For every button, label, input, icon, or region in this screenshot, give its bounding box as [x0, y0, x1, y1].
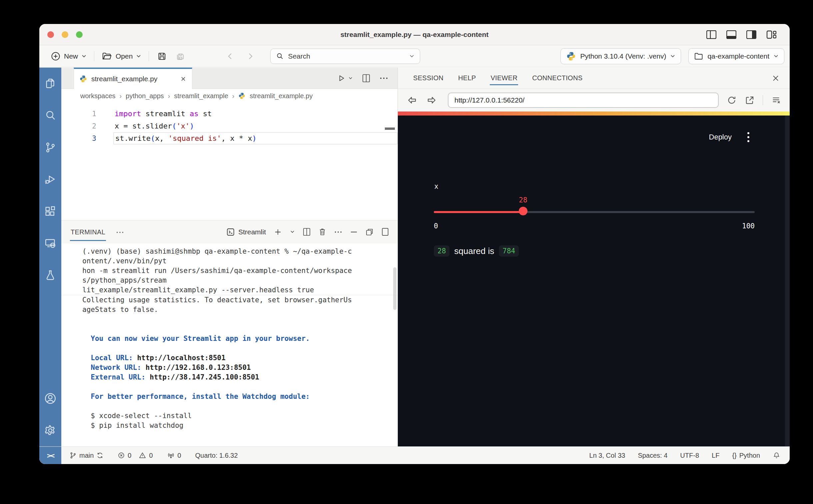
split-terminal-icon[interactable] — [303, 228, 311, 236]
notifications-bell-icon[interactable] — [773, 451, 780, 459]
customize-layout-icon[interactable] — [766, 30, 776, 39]
problems-item[interactable]: 0 0 — [118, 452, 152, 459]
new-terminal-icon[interactable] — [274, 228, 282, 236]
project-selector[interactable]: qa-example-content — [688, 48, 784, 64]
activity-extensions-icon[interactable] — [39, 195, 61, 227]
slider-fill — [434, 211, 523, 213]
kill-terminal-icon[interactable] — [319, 228, 326, 236]
editor-more-actions-icon[interactable] — [380, 77, 388, 80]
cursor-position[interactable]: Ln 3, Col 33 — [589, 452, 626, 459]
run-file-button[interactable] — [337, 74, 353, 83]
tab-help[interactable]: HELP — [457, 71, 476, 85]
activity-testing-icon[interactable] — [39, 259, 61, 291]
slider-track[interactable] — [434, 211, 755, 213]
tab-connections[interactable]: CONNECTIONS — [531, 71, 583, 85]
open-in-browser-icon[interactable] — [745, 95, 755, 105]
minimize-window-button[interactable] — [62, 31, 68, 38]
maximize-panel-icon[interactable] — [382, 228, 389, 236]
toggle-bottom-panel-icon[interactable] — [726, 30, 736, 39]
settings-gear-icon[interactable] — [39, 414, 61, 446]
language-label: Python — [739, 452, 760, 459]
terminal-line: lit_example/streamlit_example.py --serve… — [82, 285, 398, 295]
split-editor-icon[interactable] — [362, 74, 370, 83]
save-button[interactable] — [153, 51, 171, 61]
ports-item[interactable]: 0 — [167, 452, 181, 459]
indentation-setting[interactable]: Spaces: 4 — [638, 452, 668, 459]
interpreter-selector[interactable]: Python 3.10.4 (Venv: .venv) — [560, 48, 681, 64]
url-input[interactable]: http://127.0.0.1:56220/ — [448, 93, 719, 108]
encoding-setting[interactable]: UTF-8 — [680, 452, 699, 459]
terminal-scrollbar[interactable] — [393, 267, 397, 310]
save-all-icon[interactable] — [171, 51, 189, 61]
viewer-scrollbar[interactable] — [785, 116, 790, 446]
toggle-left-sidebar-icon[interactable] — [706, 30, 716, 39]
app-menu-kebab-icon[interactable] — [747, 131, 750, 143]
terminal-line: hon -m streamlit run /Users/sashimi/qa-e… — [82, 266, 398, 276]
breadcrumb-item[interactable]: streamlit_example — [174, 92, 228, 100]
clear-viewer-icon[interactable] — [771, 96, 781, 105]
breadcrumb-item[interactable]: python_apps — [126, 92, 164, 100]
search-input[interactable]: Search — [270, 49, 420, 64]
viewer-back-icon[interactable] — [406, 95, 418, 106]
remote-indicator[interactable]: >< — [39, 447, 61, 464]
viewer-reload-icon[interactable] — [727, 95, 737, 105]
toolbar: New Open Search Python 3.10.4 (V — [39, 45, 790, 67]
right-panel-tabs: SESSIONHELPVIEWERCONNECTIONS — [398, 68, 790, 89]
restore-panel-icon[interactable] — [366, 228, 374, 236]
terminal-output[interactable]: (.venv) (base) sashimi@shmbp qa-example-… — [61, 243, 398, 446]
activity-run-debug-icon[interactable] — [39, 163, 61, 195]
terminal-line — [82, 401, 398, 411]
streamlit-decoration-bar — [398, 112, 790, 116]
activity-source-control-icon[interactable] — [39, 131, 61, 163]
code-editor[interactable]: 1import streamlit as st2x = st.slider('x… — [61, 103, 398, 220]
terminal-session-item[interactable]: Streamlit — [226, 228, 266, 236]
quarto-version[interactable]: Quarto: 1.6.32 — [195, 452, 238, 459]
toggle-right-sidebar-icon[interactable] — [746, 30, 756, 39]
editor-column: streamlit_example.py — [61, 68, 398, 446]
viewer-forward-icon[interactable] — [426, 95, 437, 106]
python-icon — [79, 75, 87, 83]
close-panel-icon[interactable] — [772, 74, 780, 82]
terminal-header: TERMINAL Streamlit — [61, 220, 398, 243]
open-button-label: Open — [116, 52, 133, 60]
chevron-down-icon — [773, 54, 779, 58]
right-panel: SESSIONHELPVIEWERCONNECTIONS http://127.… — [398, 68, 790, 446]
activity-search-icon[interactable] — [39, 100, 61, 131]
breadcrumb-item[interactable]: workspaces — [80, 92, 116, 100]
code-line[interactable]: 3st.write(x, 'squared is', x * x) — [61, 132, 398, 144]
folder-open-icon — [102, 52, 112, 61]
breadcrumb-item[interactable]: streamlit_example.py — [250, 92, 313, 100]
streamlit-app: Deploy x 28 0 100 28 squared is 784 — [398, 116, 790, 446]
window-title: streamlit_example.py — qa-example-conten… — [341, 31, 489, 39]
slider-value: 28 — [506, 196, 540, 204]
slider-thumb[interactable] — [519, 207, 527, 215]
git-branch-item[interactable]: main — [69, 452, 104, 459]
new-button[interactable]: New — [47, 51, 90, 61]
panel-more-icon[interactable] — [116, 231, 124, 234]
editor-tab-streamlit-example[interactable]: streamlit_example.py — [74, 68, 192, 89]
terminal-line — [82, 344, 398, 353]
minimize-panel-icon[interactable] — [350, 231, 358, 233]
open-button[interactable]: Open — [98, 52, 144, 61]
history-back-icon[interactable] — [226, 51, 234, 61]
code-line[interactable]: 1import streamlit as st — [61, 108, 398, 120]
status-bar: >< main 0 0 0 Quarto: 1.6.32 Ln 3, Col 3… — [39, 446, 790, 464]
tab-session[interactable]: SESSION — [412, 71, 444, 85]
line-number: 3 — [61, 134, 96, 142]
terminal-launch-chevron-icon[interactable] — [290, 230, 295, 234]
zoom-window-button[interactable] — [76, 31, 83, 38]
deploy-button[interactable]: Deploy — [709, 133, 732, 141]
terminal-more-actions-icon[interactable] — [334, 231, 342, 233]
close-window-button[interactable] — [47, 31, 54, 38]
tab-terminal[interactable]: TERMINAL — [70, 228, 106, 241]
braces-icon: {} — [732, 452, 736, 459]
activity-explorer-icon[interactable] — [39, 68, 61, 100]
activity-remote-explorer-icon[interactable] — [39, 227, 61, 259]
history-forward-icon[interactable] — [247, 51, 254, 61]
code-line[interactable]: 2x = st.slider('x') — [61, 120, 398, 132]
language-mode[interactable]: {} Python — [732, 452, 760, 459]
tab-viewer[interactable]: VIEWER — [490, 71, 518, 85]
close-tab-icon[interactable] — [180, 76, 186, 82]
eol-setting[interactable]: LF — [712, 452, 719, 459]
account-icon[interactable] — [39, 382, 61, 414]
